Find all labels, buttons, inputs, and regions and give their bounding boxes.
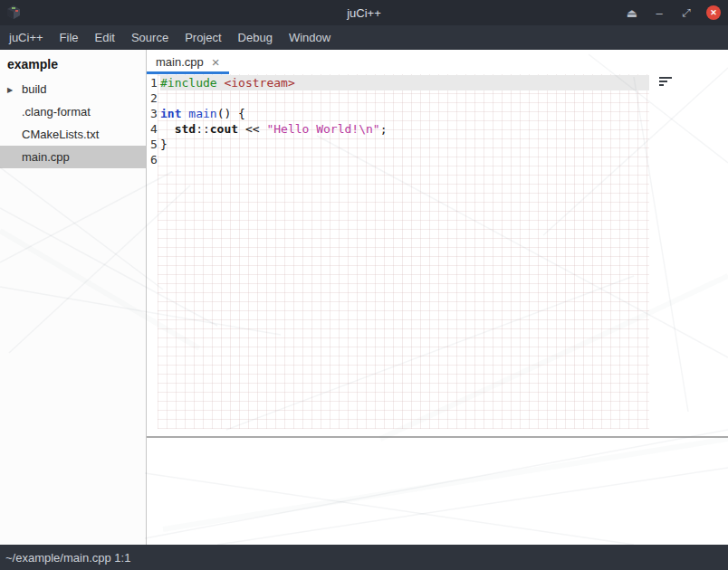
code-text: int main() { bbox=[160, 106, 649, 121]
menu-item-debug[interactable]: Debug bbox=[230, 25, 281, 50]
app-window: juCi++ ⏏–⤢✕ juCi++FileEditSourceProjectD… bbox=[0, 0, 728, 570]
code-token: main bbox=[188, 107, 216, 120]
code-line[interactable]: 6 bbox=[147, 152, 728, 167]
menu-item-project[interactable]: Project bbox=[177, 25, 229, 50]
code-area: 1#include <iostream>23int main() {4 std:… bbox=[147, 74, 728, 167]
file-tree: ▶build.clang-formatCMakeLists.txtmain.cp… bbox=[0, 78, 146, 168]
sidebar-item-main-cpp[interactable]: main.cpp bbox=[0, 146, 146, 168]
line-number: 4 bbox=[150, 121, 159, 137]
code-token: std bbox=[175, 122, 196, 136]
project-root-label: example bbox=[0, 50, 146, 78]
file-name-label: CMakeLists.txt bbox=[22, 128, 99, 141]
window-controls: ⏏–⤢✕ bbox=[625, 0, 721, 25]
line-number: 6 bbox=[150, 152, 159, 167]
file-name-label: main.cpp bbox=[22, 150, 70, 164]
title-bar: juCi++ ⏏–⤢✕ bbox=[0, 0, 728, 25]
window-body: example ▶build.clang-formatCMakeLists.tx… bbox=[0, 50, 728, 545]
line-number: 5 bbox=[150, 137, 159, 152]
file-name-label: build bbox=[22, 82, 46, 96]
menu-item-source[interactable]: Source bbox=[123, 25, 177, 50]
minimap bbox=[659, 77, 672, 86]
code-token: #include bbox=[160, 76, 217, 90]
expander-icon[interactable]: ▶ bbox=[7, 85, 13, 93]
code-token: ; bbox=[380, 122, 388, 136]
window-title: juCi++ bbox=[347, 6, 381, 20]
code-text bbox=[160, 152, 649, 167]
code-token: cout bbox=[210, 122, 238, 136]
line-number: 3 bbox=[150, 106, 159, 121]
tab-close-icon[interactable]: × bbox=[212, 55, 220, 69]
tab-label: main.cpp bbox=[156, 55, 204, 69]
code-text: } bbox=[160, 137, 649, 152]
line-number: 2 bbox=[150, 90, 159, 106]
code-token: :: bbox=[196, 122, 210, 136]
minimize-button[interactable]: – bbox=[652, 5, 666, 20]
menu-item-edit[interactable]: Edit bbox=[87, 25, 123, 50]
code-token: () { bbox=[217, 107, 245, 120]
code-token bbox=[160, 122, 175, 136]
sidebar-item-cmakelists-txt[interactable]: CMakeLists.txt bbox=[0, 123, 146, 146]
code-token: int bbox=[160, 107, 181, 120]
file-browser: example ▶build.clang-formatCMakeLists.tx… bbox=[0, 50, 147, 545]
file-name-label: .clang-format bbox=[22, 105, 91, 119]
code-line[interactable]: 3int main() { bbox=[147, 106, 728, 121]
menu-bar: juCi++FileEditSourceProjectDebugWindow bbox=[0, 25, 728, 50]
app-icon bbox=[5, 4, 23, 22]
menu-item-window[interactable]: Window bbox=[281, 25, 339, 50]
code-text: std::cout << "Hello World!\n"; bbox=[160, 121, 649, 137]
code-token: } bbox=[160, 138, 168, 151]
status-bar: ~/example/main.cpp 1:1 bbox=[0, 545, 728, 570]
code-line[interactable]: 1#include <iostream> bbox=[147, 75, 728, 90]
code-token: "Hello World!\n" bbox=[266, 122, 379, 136]
editor-pane: main.cpp× 1#include <iostream>23int main… bbox=[147, 50, 728, 545]
cursor-position-label: ~/example/main.cpp 1:1 bbox=[5, 551, 130, 565]
eject-button[interactable]: ⏏ bbox=[625, 5, 639, 20]
code-text bbox=[160, 90, 649, 106]
line-number: 1 bbox=[150, 75, 159, 90]
sidebar-item-build[interactable]: ▶build bbox=[0, 78, 146, 100]
sidebar-item-clang-format[interactable]: .clang-format bbox=[0, 100, 146, 123]
terminal-panel[interactable] bbox=[147, 438, 728, 545]
source-editor[interactable]: 1#include <iostream>23int main() {4 std:… bbox=[147, 74, 728, 436]
code-line[interactable]: 4 std::cout << "Hello World!\n"; bbox=[147, 121, 728, 137]
menu-item-file[interactable]: File bbox=[52, 25, 87, 50]
menu-item-juci[interactable]: juCi++ bbox=[1, 25, 52, 50]
code-token: <iostream> bbox=[224, 76, 294, 90]
tab-main-cpp[interactable]: main.cpp× bbox=[147, 50, 229, 74]
close-button[interactable]: ✕ bbox=[706, 5, 721, 20]
code-token: << bbox=[238, 122, 266, 136]
tab-bar: main.cpp× bbox=[147, 50, 728, 74]
code-line[interactable]: 2 bbox=[147, 90, 728, 106]
maximize-button[interactable]: ⤢ bbox=[679, 5, 694, 20]
code-line[interactable]: 5} bbox=[147, 137, 728, 152]
code-text: #include <iostream> bbox=[160, 75, 649, 90]
